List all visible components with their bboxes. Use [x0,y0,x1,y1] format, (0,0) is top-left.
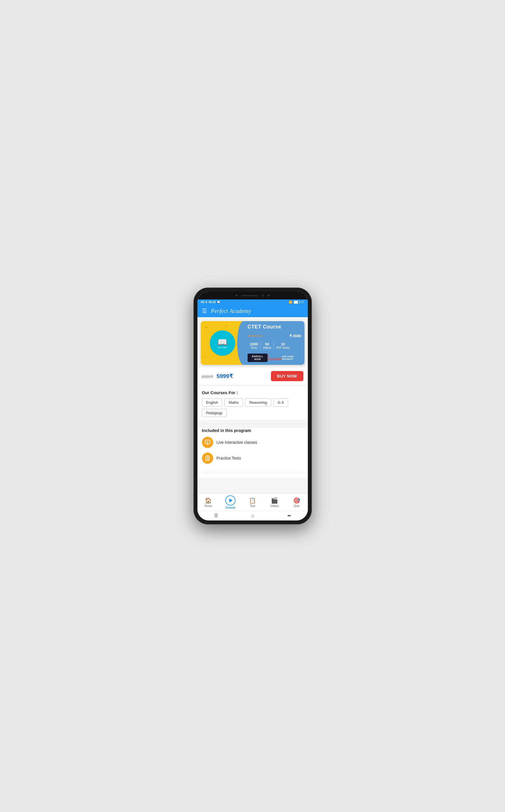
star-2: ★ [251,334,254,338]
nav-course[interactable]: Course [223,495,237,509]
course-title: CTET Course [247,324,301,330]
buy-now-button[interactable]: BUY NOW [271,371,303,381]
banner-stars-row: ★ ★ ★ ★ ☆ ₹ 4599 [247,334,301,338]
quiz-label: Quiz [294,504,300,507]
nav-videos[interactable]: 🎬 Videos [268,497,282,507]
videos-icon: 🎬 [271,497,278,504]
banner-left: ◆ ✦ ✦ ◆ ✦ 📖 केंद्रीय माध्यमिक [201,321,244,365]
nav-quiz[interactable]: 🎯 Quiz [290,497,304,507]
included-item-live: Live Interactive classes [202,437,303,448]
app-header: ☰ Perfect Academy [197,305,308,317]
android-back-btn[interactable]: ⬅ [287,513,291,518]
included-section: Included in this program Live Interactiv… [197,428,308,478]
diamond-decoration: ✦ [204,355,206,359]
nav-test[interactable]: 📋 Test [245,497,260,507]
status-bar: 4G G 05:20 💬 📶 27 [197,300,308,305]
stat-pdfs: 10 PDF Notes [274,342,292,349]
app-title: Perfect Academy [211,308,251,314]
use-code-text: USE CODE · TECHIAPP [282,355,301,360]
banner-bottom: ENROLL NOW T TECHIAPP USE CODE · TECHIAP… [247,354,301,362]
nav-home[interactable]: 🏠 Home [201,497,215,507]
course-label: Course [225,506,235,509]
phone-notch [197,292,308,300]
bottom-nav: 🏠 Home Course 📋 Test 🎬 Videos 🎯 Quiz [197,493,308,510]
camera-dot [235,295,238,297]
banner-right: CTET Course ★ ★ ★ ★ ☆ ₹ 4599 100 [244,321,304,365]
front-camera [262,294,264,297]
tag-maths[interactable]: Maths [224,398,243,407]
courses-for-title: Our Courses For : [202,390,303,395]
subject-tags-row: English Maths Reasoning G.S Pedagogy [202,398,303,417]
star-5: ☆ [261,334,264,338]
clipboard-icon [204,455,211,461]
courses-section: Our Courses For : English Maths Reasonin… [197,386,308,420]
wifi-icon: 📶 [289,301,292,304]
time-display: 05:20 [208,301,216,304]
price-display: 6999₹ 5999₹ [202,373,233,379]
quiz-icon: 🎯 [293,497,300,504]
course-price: ₹ 4599 [290,334,301,338]
included-item-tests: Practice Tests [202,453,303,464]
course-banner: ◆ ✦ ✦ ◆ ✦ 📖 केंद्रीय माध्यमिक CTET Cours… [201,321,305,365]
stat-tests: 1000 Tests [247,342,260,349]
sensor-dot [268,295,270,297]
android-home-btn[interactable]: ⌂ [251,513,254,518]
test-icon: 📋 [249,497,256,504]
home-label: Home [204,504,212,507]
star-3: ★ [254,334,257,338]
home-icon: 🏠 [205,497,212,504]
phone-device: 4G G 05:20 💬 📶 27 ☰ Perfect Academy [193,287,312,525]
phone-screen: 4G G 05:20 💬 📶 27 ☰ Perfect Academy [197,292,308,520]
enroll-button[interactable]: ENROLL NOW [247,354,268,362]
test-label: Test [250,504,255,507]
tag-reasoning[interactable]: Reasoning [245,398,271,407]
star-1: ★ [247,334,250,338]
android-menu-btn[interactable]: ☰ [214,513,218,518]
presentation-icon [204,439,211,446]
tag-pedagogy[interactable]: Pedagogy [202,409,227,417]
techiapp-logo: T TECHIAPP [268,355,282,361]
course-play-circle [225,495,235,505]
badge-text: केंद्रीय माध्यमिक [217,347,227,349]
included-title: Included in this program [202,428,303,433]
diamond-decoration: ✦ [225,324,227,328]
android-nav-bar: ☰ ⌂ ⬅ [197,510,308,520]
practice-tests-icon-bg [202,453,213,464]
whatsapp-icon: 💬 [217,301,220,304]
badge-book-icon: 📖 [217,338,227,347]
tag-english[interactable]: English [202,398,222,407]
status-left: 4G G 05:20 💬 [201,301,220,304]
battery-fill [294,301,298,304]
course-badge: 📖 केंद्रीय माध्यमिक [210,330,235,356]
diamond-decoration: ◆ [205,325,207,329]
price-row: 6999₹ 5999₹ BUY NOW [197,368,308,384]
svg-rect-5 [207,456,208,457]
live-classes-label: Live Interactive classes [216,440,258,445]
content-scroll[interactable]: ◆ ✦ ✦ ◆ ✦ 📖 केंद्रीय माध्यमिक CTET Cours… [197,317,308,493]
practice-tests-label: Practice Tests [216,456,241,460]
star-4: ★ [258,334,261,338]
banner-stats: 1000 Tests 50 Videos 10 PDF Notes [247,342,301,350]
phone-speaker [241,295,258,296]
network-indicator: 4G G [201,301,207,304]
tag-gs[interactable]: G.S [274,398,288,407]
live-classes-icon-bg [202,437,213,448]
new-price: 5999₹ [216,373,233,379]
scroll-hint [202,468,303,474]
hamburger-icon[interactable]: ☰ [202,308,207,314]
course-play-icon [229,498,233,502]
svg-marker-3 [207,441,208,442]
old-price: 6999₹ [202,374,213,379]
banner-wave [237,321,244,365]
videos-label: Videos [271,504,279,507]
status-right: 📶 27 [289,301,304,304]
battery-icon [294,301,299,304]
stat-videos: 50 Videos [261,342,274,349]
stars-display: ★ ★ ★ ★ ☆ [247,334,264,338]
battery-percent: 27 [301,301,304,304]
